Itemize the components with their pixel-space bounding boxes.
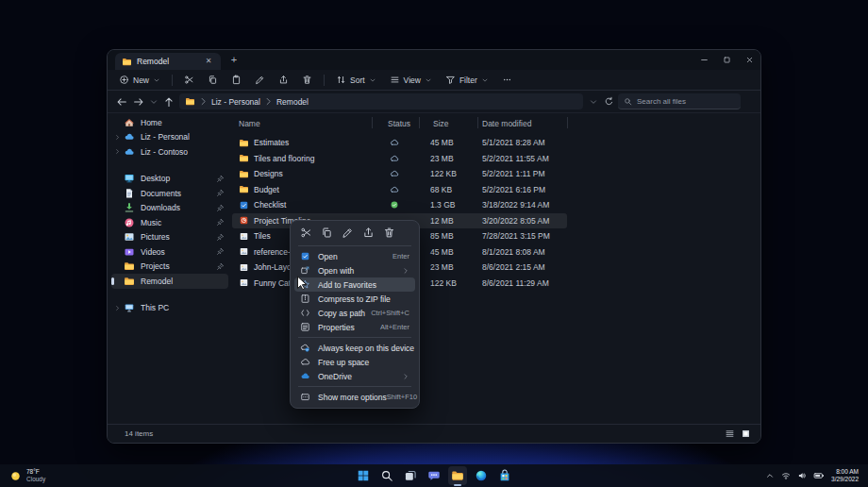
tab-close-icon[interactable]: ✕ [203,56,214,67]
menu-item-show-more-options[interactable]: Show more optionsShift+F10 [294,390,415,404]
close-button[interactable] [738,50,760,69]
sidebar-item-downloads[interactable]: Downloads [111,201,228,216]
sidebar-item-this-pc[interactable]: This PC [111,301,228,316]
column-divider[interactable] [567,117,568,128]
videos-icon [124,246,135,258]
sidebar-item-home[interactable]: Home [111,115,228,130]
chevron-right-icon[interactable] [114,148,121,155]
cut-button[interactable] [178,72,200,89]
menu-item-compress-to-zip-file[interactable]: Compress to ZIP file [294,292,415,306]
back-button[interactable] [115,95,128,109]
wifi-icon[interactable] [781,471,791,480]
address-dropdown-icon[interactable] [589,97,598,107]
pictures-icon [124,231,135,243]
cut-button[interactable] [300,227,312,239]
file-size: 23 MB [419,154,477,163]
sidebar-item-liz-personal[interactable]: Liz - Personal [111,130,228,145]
zip-icon [300,294,310,304]
weather-widget[interactable]: 78°F Cloudy [0,468,151,483]
chevron-right-icon [198,96,209,107]
delete-button[interactable] [296,72,318,89]
file-explorer-window: Remodel ✕ + New [107,49,761,444]
sidebar-item-projects[interactable]: Projects [111,260,228,275]
chevron-right-icon[interactable] [114,134,121,141]
column-divider[interactable] [372,117,373,128]
taskbar-search-button[interactable] [377,466,396,485]
taskbar-task-view-button[interactable] [401,466,420,485]
new-button[interactable]: New [113,72,166,89]
new-tab-button[interactable]: + [226,53,242,68]
menu-item-properties[interactable]: PropertiesAlt+Enter [294,320,415,334]
menu-item-always-keep-on-this-device[interactable]: Always keep on this device [294,341,415,355]
rename-button[interactable] [342,227,354,239]
see-more-button[interactable] [496,72,518,89]
maximize-button[interactable] [715,50,738,69]
taskbar-chat-button[interactable] [425,466,443,485]
file-row-estimates[interactable]: Estimates45 MB5/1/2021 8:28 AM [232,135,567,151]
search-input[interactable]: Search all files [618,93,741,109]
breadcrumb[interactable]: Liz - PersonalRemodel [179,93,583,109]
taskbar-start-button[interactable] [354,466,373,485]
menu-item-free-up-space[interactable]: Free up space [294,355,415,369]
share-button[interactable] [273,72,294,89]
cloud-outline-icon [390,154,399,163]
view-button[interactable]: View [384,72,438,89]
explorer-tab[interactable]: Remodel ✕ [115,53,221,70]
paste-button[interactable] [225,72,247,89]
up-button[interactable] [162,95,175,109]
taskbar-store-button[interactable] [495,466,514,485]
taskbar-edge-button[interactable] [472,466,491,485]
clock[interactable]: 8:00 AM 3/29/2022 [831,468,859,483]
refresh-icon[interactable] [604,96,614,107]
column-divider[interactable] [419,117,420,128]
breadcrumb-item-remodel[interactable]: Remodel [276,97,309,107]
sidebar-item-remodel[interactable]: Remodel [111,274,228,289]
cloud-blue-icon [124,146,135,158]
menu-item-label: Free up space [318,358,409,367]
column-header-name[interactable]: Name [232,115,372,131]
sidebar-item-music[interactable]: Music [111,215,228,230]
column-divider[interactable] [477,117,478,128]
minimize-button[interactable] [693,50,715,69]
large-icons-view-button[interactable] [741,428,751,439]
file-row-tiles-and-flooring[interactable]: Tiles and flooring23 MB5/2/2021 11:55 AM [232,151,567,167]
sidebar-item-documents[interactable]: Documents [111,186,228,201]
sidebar-item-label: Liz - Contoso [141,147,228,157]
sidebar-item-liz-contoso[interactable]: Liz - Contoso [111,144,228,160]
menu-item-copy-as-path[interactable]: Copy as pathCtrl+Shift+C [294,306,415,320]
details-view-button[interactable] [725,428,735,439]
filter-button[interactable]: Filter [440,72,494,89]
file-row-budget[interactable]: Budget68 KB5/2/2021 6:16 PM [232,182,567,198]
chevron-right-icon[interactable] [114,305,121,311]
sun-icon [9,470,22,482]
copy-button[interactable] [321,227,333,239]
sidebar-item-desktop[interactable]: Desktop [111,172,228,187]
delete-button[interactable] [383,227,395,239]
sidebar-item-label: Projects [141,261,216,271]
menu-item-onedrive[interactable]: OneDrive [294,369,415,383]
view-toggles [725,428,751,439]
sidebar-item-videos[interactable]: Videos [111,244,228,260]
menu-item-open[interactable]: OpenEnter [294,249,415,263]
copy-button[interactable] [202,72,224,89]
column-header-size[interactable]: Size [419,115,477,131]
share-button[interactable] [362,227,375,239]
sort-button[interactable]: Sort [330,72,382,89]
hidden-icons-button[interactable] [765,471,775,480]
sidebar-item-pictures[interactable]: Pictures [111,230,228,245]
speaker-icon[interactable] [797,471,807,480]
column-header-date-modified[interactable]: Date modified [477,115,567,131]
recent-locations-button[interactable] [149,97,159,107]
forward-button[interactable] [132,95,145,109]
breadcrumb-item-liz-personal[interactable]: Liz - Personal [211,97,260,107]
menu-item-open-with[interactable]: Open with [294,263,415,277]
rename-button[interactable] [249,72,271,89]
battery-icon[interactable] [813,470,825,481]
menu-item-add-to-favorites[interactable]: Add to Favorites [294,277,415,292]
file-row-designs[interactable]: Designs122 KB5/2/2021 1:11 PM [232,166,567,182]
taskbar-file-explorer-button[interactable] [448,466,467,485]
column-header-status[interactable]: Status [372,115,419,131]
file-row-checklist[interactable]: Checklist1.3 GB3/18/2022 9:14 AM [232,197,567,213]
file-size: 45 MB [419,247,477,257]
sidebar-item-label: This PC [141,303,228,312]
